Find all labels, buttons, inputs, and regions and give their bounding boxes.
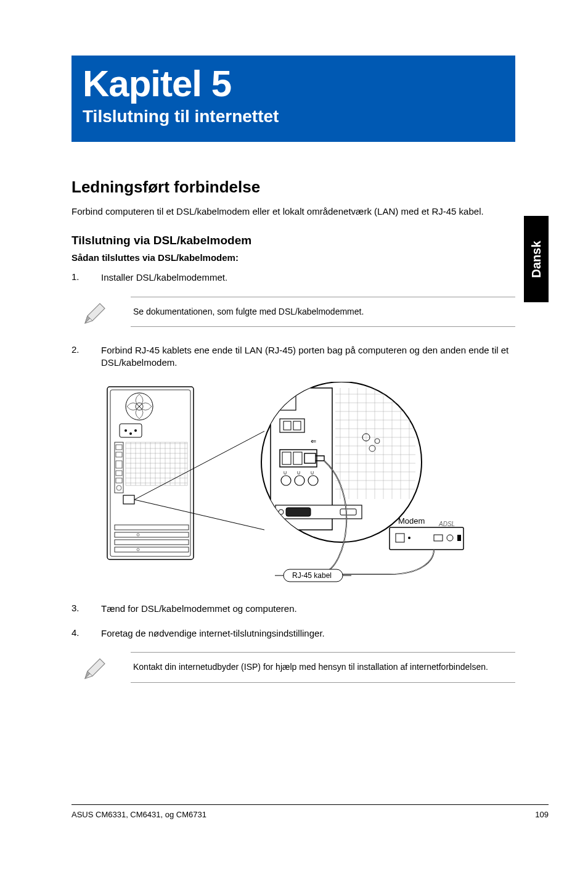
step-number: 4. (71, 627, 101, 640)
step-text: Installer DSL/kabelmodemmet. (101, 271, 227, 284)
diagram-svg: ⇐ U U U (101, 382, 496, 585)
svg-rect-48 (390, 527, 463, 550)
svg-rect-53 (457, 535, 461, 541)
connection-diagram: ⇐ U U U (101, 382, 496, 585)
section-heading: Ledningsført forbindelse (71, 178, 515, 197)
svg-text:U: U (311, 471, 314, 475)
page-content: Ledningsført forbindelse Forbind compute… (71, 178, 515, 700)
section-intro: Forbind computeren til et DSL/kabelmodem… (71, 205, 515, 218)
step-number: 3. (71, 603, 101, 615)
step-text: Foretag de nødvendige internet-tilslutni… (101, 627, 325, 640)
step-number: 1. (71, 271, 101, 284)
chapter-subtitle: Tilslutning til internettet (83, 107, 504, 126)
modem-label: Modem (398, 516, 425, 526)
step-number: 2. (71, 344, 101, 369)
note-block-2: Kontakt din internetudbyder (ISP) for hj… (71, 652, 515, 683)
footer-page-number: 109 (535, 810, 549, 819)
svg-rect-34 (304, 453, 316, 463)
step-4: 4. Foretag de nødvendige internet-tilslu… (71, 627, 515, 640)
note-inner: Kontakt din internetudbyder (ISP) for hj… (131, 652, 515, 683)
svg-point-7 (129, 432, 132, 435)
note-text: Kontakt din internetudbyder (ISP) for hj… (133, 661, 513, 674)
step-1: 1. Installer DSL/kabelmodemmet. (71, 271, 515, 284)
page-footer: ASUS CM6331, CM6431, og CM6731 109 (71, 804, 549, 819)
note-text: Se dokumentationen, som fulgte med DSL/k… (133, 306, 513, 318)
pencil-icon (81, 656, 107, 685)
svg-text:U: U (297, 471, 300, 475)
step-text: Tænd for DSL/kabelmodemmet og computeren… (101, 603, 297, 615)
subsection-heading: Tilslutning via DSL/kabelmodem (71, 234, 515, 247)
svg-point-6 (134, 429, 137, 432)
svg-point-5 (125, 429, 127, 432)
language-tab: Dansk (524, 216, 549, 302)
step-3: 3. Tænd for DSL/kabelmodemmet og compute… (71, 603, 515, 615)
note-block-1: Se dokumentationen, som fulgte med DSL/k… (71, 297, 515, 328)
pencil-icon (81, 301, 107, 329)
chapter-title: Kapitel 5 (83, 64, 504, 103)
svg-text:⇐: ⇐ (311, 437, 316, 445)
note-inner: Se dokumentationen, som fulgte med DSL/k… (131, 297, 515, 328)
modem-brand-label: ADSL (438, 521, 455, 527)
step-2: 2. Forbind RJ-45 kablets ene ende til LA… (71, 344, 515, 369)
language-tab-label: Dansk (529, 241, 544, 278)
chapter-banner: Kapitel 5 Tilslutning til internettet (71, 56, 515, 142)
svg-text:U: U (284, 471, 287, 475)
svg-point-50 (408, 537, 410, 539)
svg-rect-42 (286, 508, 311, 516)
page: Kapitel 5 Tilslutning til internettet Da… (0, 0, 588, 887)
subsection-subheading: Sådan tilsluttes via DSL/kabelmodem: (71, 252, 515, 263)
cable-label: RJ-45 kabel (292, 571, 332, 580)
step-text: Forbind RJ-45 kablets ene ende til LAN (… (101, 344, 515, 369)
footer-model: ASUS CM6331, CM6431, og CM6731 (71, 810, 206, 819)
